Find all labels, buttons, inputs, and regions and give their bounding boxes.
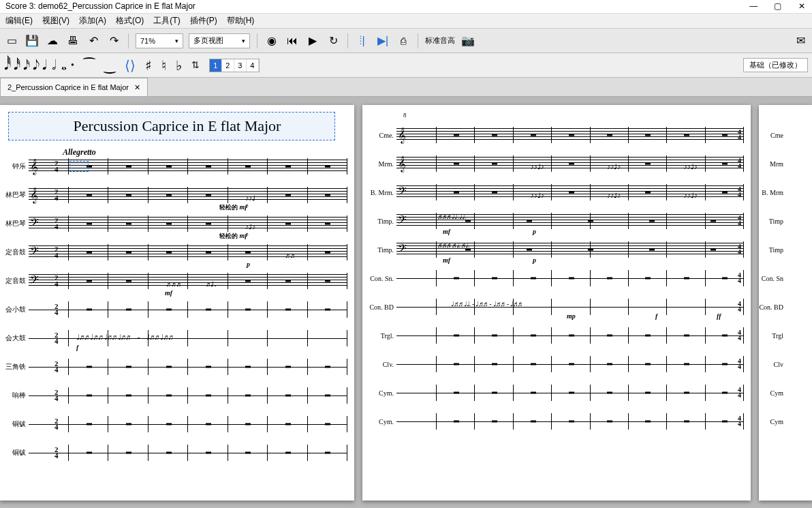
staff-row[interactable]: 钟乐𝄞24 [0,157,347,176]
feedback-icon[interactable]: ✉ [793,33,808,48]
staff[interactable]: 24 [29,443,347,462]
voice-2[interactable]: 2 [222,59,234,72]
staff[interactable]: 44 [396,412,744,431]
voice-1[interactable]: 1 [210,59,222,72]
staff-row[interactable]: 林巴琴𝄢24♪♩♪ ♪轻松的 mf [0,214,347,233]
cloud-icon[interactable]: ☁ [45,33,60,48]
score-workspace[interactable]: Percussion Caprice in E flat Major Alleg… [0,97,812,508]
staff[interactable]: 44 [396,355,744,374]
staff-row[interactable]: Cym.44 [362,383,744,402]
staff[interactable]: 44 [396,383,744,402]
staff[interactable]: 𝄢44♬♬♬ ♩♩. ♩♩.mfp [396,211,744,230]
concert-pitch-label[interactable]: 标准音高 [425,35,455,46]
marcato-icon[interactable]: ⟨⟩ [125,57,136,74]
staff-row[interactable]: 响棒24 [0,386,347,405]
staff-row[interactable]: Cme [752,125,807,145]
tab-score[interactable]: 2_Percussion Caprice in E flat Major ✕ [0,78,148,96]
play-icon[interactable]: ▶ [305,33,320,48]
staff-row[interactable]: 会大鼓24♩♬♬ ♩♬♬ ♩♬♬ ♩♬♬ - ♩♬♬ ♩♬♬f [0,329,347,348]
staff-row[interactable]: B. Mrm.𝄢44♪♪♩♪♪♪♩♪♪♪♩♪ [362,183,744,202]
staff[interactable]: 𝄞44♪♪♩♪♪♪♩♪♪♪♩♪ [396,154,744,173]
tab-close-icon[interactable]: ✕ [134,83,140,92]
menu-view[interactable]: 视图(V) [42,15,69,27]
staff[interactable]: 24♩♬♬ ♩♬♬ ♩♬♬ ♩♬♬ - ♩♬♬ ♩♬♬f [29,329,347,348]
score-page-2[interactable]: 8 Cme.𝄞44Mrm.𝄞44♪♪♩♪♪♪♩♪♪♪♩♪B. Mrm.𝄢44♪♪… [362,105,751,500]
flip-icon[interactable]: ⇅ [191,59,200,71]
staff[interactable]: 𝄢24♪♩♪ ♪轻松的 mf [29,214,347,233]
staff[interactable]: 𝄢24♬♬p [29,243,347,262]
staff-row[interactable]: Con. BD44♩♬♬ ♩♩. - ♩♬♬ - ♩♬♬ - ♩♬♬mpfff [362,297,744,316]
staff-row[interactable]: Mrm [752,154,807,173]
staff-row[interactable]: 铜钹24 [0,443,347,462]
staff-row[interactable]: Timp.𝄢44♬♬♬ ♩♩. ♩♩.mfp [362,211,744,230]
staff-row[interactable]: Timp [752,211,807,230]
redo-icon[interactable]: ↷ [106,33,121,48]
staff-row[interactable]: Trgl.44 [362,326,744,345]
staff[interactable]: 24 [29,357,347,376]
score-page-3[interactable]: CmeMrmB. MrmTimpTimpCon. SnCon. BDTrglCl… [759,105,812,500]
pan-icon[interactable]: ⎙ [396,33,411,48]
sharp-icon[interactable]: ♯ [145,57,152,74]
menu-help[interactable]: 帮助(H) [227,15,255,27]
metronome-icon[interactable]: ◉ [264,33,279,48]
undo-icon[interactable]: ↶ [86,33,101,48]
maximize-button[interactable]: ▢ [773,1,783,11]
staff-row[interactable]: 定音鼓𝄢24♬♬p [0,243,347,262]
voice-3[interactable]: 3 [234,59,247,72]
natural-icon[interactable]: ♮ [161,57,166,74]
staff-row[interactable]: Cme.𝄞44 [362,125,744,145]
staff-row[interactable]: B. Mrm [752,183,807,202]
tempo-marking[interactable]: Allegretto [63,147,96,158]
staff-row[interactable]: 三角铁24 [0,357,347,376]
staff[interactable]: 𝄢44♪♪♩♪♪♪♩♪♪♪♩♪ [396,183,744,202]
staff[interactable]: 𝄞24 [29,157,347,176]
staff[interactable]: 44♩♬♬ ♩♩. - ♩♬♬ - ♩♬♬ - ♩♬♬mpfff [396,297,744,316]
zoom-select[interactable]: 71% [136,33,183,48]
staff[interactable]: 𝄞44 [396,125,744,145]
staff-row[interactable]: Timp.𝄢44♬♬♬ ♬♩. ♬♩.mfp [362,240,744,259]
staff-row[interactable]: 定音鼓𝄢24♬♬♬♬♩.mf [0,271,347,290]
view-mode-select[interactable]: 多页视图 [189,33,250,48]
tie-icon[interactable]: ⁀ [84,57,95,74]
save-icon[interactable]: 💾 [25,33,40,48]
staff-row[interactable]: Timp [752,240,807,259]
staff-row[interactable]: Trgl [752,326,807,345]
score-page-1[interactable]: Percussion Caprice in E flat Major Alleg… [0,105,354,500]
staff-row[interactable]: Cym [752,383,807,402]
staff-row[interactable]: 会小鼓24 [0,300,347,319]
menu-format[interactable]: 格式(O) [116,15,144,27]
staff-row[interactable]: Con. Sn.44 [362,269,744,288]
staff-row[interactable]: Clv.44 [362,355,744,374]
minimize-button[interactable]: — [749,1,758,11]
staff[interactable]: 𝄢24♬♬♬♬♩.mf [29,271,347,290]
voice-4[interactable]: 4 [247,59,259,72]
menu-tools[interactable]: 工具(T) [153,15,180,27]
rewind-icon[interactable]: ⏮ [285,33,300,48]
open-icon[interactable]: ▭ [4,33,19,48]
print-icon[interactable]: 🖶 [65,33,80,48]
menu-edit[interactable]: 编辑(E) [5,15,33,27]
flat-icon[interactable]: ♭ [176,57,182,74]
menu-plugins[interactable]: 插件(P) [190,15,217,27]
staff-row[interactable]: Cym [752,412,807,431]
workspace-label[interactable]: 基础（已修改） [743,58,808,72]
loop-icon[interactable]: ↻ [326,33,341,48]
repeat-start-icon[interactable]: ⦙| [355,33,370,48]
staff[interactable]: 𝄞24♪♪♩ ♪轻松的 mf [29,185,347,205]
menu-add[interactable]: 添加(A) [79,15,106,27]
staff-row[interactable]: 铜钹24 [0,415,347,434]
camera-icon[interactable]: 📷 [460,33,475,48]
staff-row[interactable]: Con. BD [752,297,807,316]
dot-icon[interactable]: • [71,60,74,71]
staff[interactable]: 𝄢44♬♬♬ ♬♩. ♬♩.mfp [396,240,744,259]
staff[interactable]: 24 [29,415,347,434]
staff[interactable]: 44 [396,269,744,288]
staff-row[interactable]: 林巴琴𝄞24♪♪♩ ♪轻松的 mf [0,185,347,205]
staff-row[interactable]: Cym.44 [362,412,744,431]
staff[interactable]: 24 [29,386,347,405]
repeat-end-icon[interactable]: ▶| [375,33,390,48]
staff[interactable]: 44 [396,326,744,345]
slur-icon[interactable]: ‿ [104,57,115,74]
staff-row[interactable]: Mrm.𝄞44♪♪♩♪♪♪♩♪♪♪♩♪ [362,154,744,173]
staff-row[interactable]: Clv [752,355,807,374]
